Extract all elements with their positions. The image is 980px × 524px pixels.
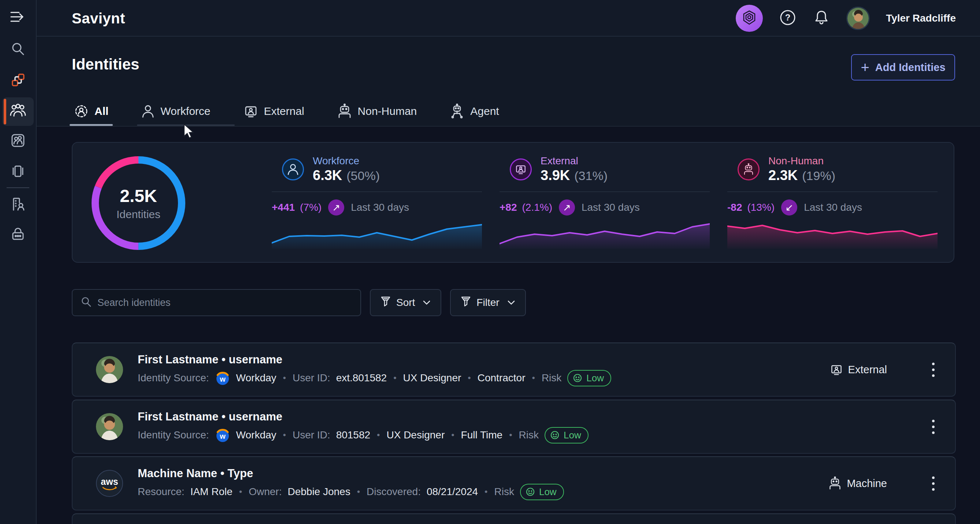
divider [272, 191, 482, 192]
page-title: Identities [72, 56, 139, 73]
topbar: Saviynt ? [0, 0, 980, 37]
sidebar-item-connections[interactable] [0, 68, 36, 94]
identity-row[interactable]: First Lastname • username Identity Sourc… [72, 400, 956, 454]
svg-text:w: w [220, 432, 226, 440]
add-identities-button[interactable]: + Add Identities [851, 54, 955, 81]
divider [727, 191, 937, 192]
stat-label: Non-Human [768, 155, 835, 167]
change-value: -82 [727, 202, 742, 213]
user-id-value: ext.801582 [336, 372, 387, 384]
sidebar-item-organization[interactable] [0, 192, 36, 218]
notifications-button[interactable] [813, 10, 830, 27]
person-gear-icon [74, 104, 89, 119]
resource-label: Resource: [138, 486, 185, 498]
risk-badge: Low [567, 370, 611, 386]
external-id-card-icon [510, 159, 532, 180]
avatar [96, 356, 123, 383]
discovered-label: Discovered: [367, 486, 421, 498]
row-menu-button[interactable] [922, 470, 944, 497]
identities-icon [9, 103, 27, 121]
smiley-icon [550, 430, 560, 440]
applications-icon [10, 163, 26, 181]
identities-donut-chart: 2.5K Identities [87, 152, 190, 254]
smiley-icon [525, 487, 535, 497]
search-input[interactable] [97, 297, 352, 308]
sidebar-item-credentials[interactable] [0, 222, 36, 248]
owner-label: Owner: [249, 486, 282, 498]
stat-value: 3.9K [541, 168, 570, 183]
donut-label: Identities [116, 208, 161, 221]
machine-row[interactable]: aws Machine Name • Type Resource: IAM Ro… [72, 456, 956, 510]
sidebar-item-search[interactable] [0, 37, 36, 63]
identity-name: First Lastname • username [138, 353, 611, 366]
id-card-icon [830, 363, 843, 376]
user-avatar[interactable] [846, 6, 870, 30]
tab-all[interactable]: All [72, 98, 111, 124]
source-value: Workday [236, 372, 277, 384]
filter-button[interactable]: Filter [450, 289, 525, 316]
role-value: UX Designer [387, 429, 445, 441]
tab-agent[interactable]: Agent [447, 98, 501, 124]
tab-workforce[interactable]: Workforce [139, 98, 212, 124]
assist-hexagon-icon [741, 10, 757, 27]
sort-button[interactable]: Sort [370, 289, 441, 316]
period-label: Last 30 days [582, 202, 640, 213]
period-label: Last 30 days [351, 202, 409, 213]
svg-text:w: w [220, 375, 226, 383]
sidebar-item-identities[interactable] [2, 97, 34, 126]
aws-logo: aws [96, 470, 123, 497]
robot-icon [337, 103, 352, 119]
tab-external[interactable]: External [241, 98, 307, 124]
stat-share: (19%) [802, 169, 835, 183]
stat-label: Workforce [313, 155, 380, 167]
change-value: +82 [500, 202, 517, 213]
employment-value: Full Time [461, 429, 503, 441]
credentials-icon [10, 226, 26, 244]
agent-robot-icon [450, 103, 465, 119]
stat-external: External 3.9K (31%) +82 (2.1%) ↗ Last 30… [500, 143, 710, 262]
sidebar [0, 0, 37, 524]
type-tag-machine: Machine [828, 476, 887, 490]
identities-page: Saviynt ? [0, 0, 980, 524]
stat-share: (50%) [347, 169, 380, 183]
risk-badge: Low [520, 484, 564, 500]
row-menu-button[interactable] [922, 356, 944, 383]
change-value: +441 [272, 202, 295, 213]
person-icon [142, 104, 154, 119]
trend-up-icon: ↗ [559, 199, 575, 216]
tab-non-human[interactable]: Non-Human [335, 98, 419, 124]
divider [500, 191, 710, 192]
people-badge-icon [10, 132, 26, 150]
role-value: UX Designer [403, 372, 461, 384]
robot-icon [828, 476, 842, 490]
menu-expand-button[interactable] [0, 5, 36, 31]
connections-icon [10, 72, 26, 90]
change-pct: (7%) [300, 202, 321, 213]
help-icon: ? [779, 9, 796, 27]
search-icon [11, 42, 25, 58]
discovered-value: 08/21/2024 [426, 486, 478, 498]
help-button[interactable]: ? [779, 10, 797, 27]
change-pct: (13%) [747, 202, 775, 213]
non-human-sparkline [727, 219, 937, 249]
organization-icon [10, 196, 26, 214]
plus-icon: + [861, 60, 869, 75]
stat-share: (31%) [574, 169, 608, 183]
user-name[interactable]: Tyler Radcliffe [886, 13, 956, 24]
sidebar-item-applications[interactable] [0, 159, 36, 185]
identity-row-partial[interactable] [72, 513, 956, 524]
risk-label: Risk [519, 429, 539, 441]
identity-row[interactable]: First Lastname • username Identity Sourc… [72, 343, 956, 397]
row-menu-button[interactable] [922, 413, 944, 440]
change-pct: (2.1%) [522, 202, 552, 213]
assist-button[interactable] [736, 5, 763, 32]
sidebar-item-people-badge[interactable] [0, 128, 36, 154]
type-tag-external: External [830, 363, 887, 376]
identity-name: First Lastname • username [138, 410, 589, 423]
stat-non-human: Non-Human 2.3K (19%) -82 (13%) ↙ Last 30… [727, 143, 937, 262]
trend-up-icon: ↗ [328, 199, 344, 216]
owner-value: Debbie Jones [288, 486, 350, 498]
content: 2.5K Identities Workforce [37, 127, 980, 524]
summary-card: 2.5K Identities Workforce [72, 142, 955, 263]
funnel-icon [380, 296, 391, 310]
